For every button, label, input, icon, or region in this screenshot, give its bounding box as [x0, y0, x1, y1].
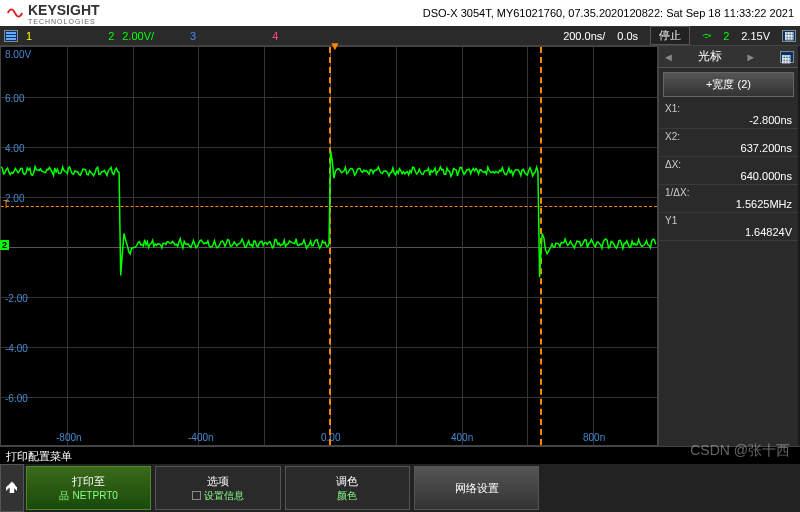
cursor-readout: X2:637.200ns: [659, 129, 798, 157]
main-area: ▼ 8.00V 6.00 4.00 2.00 -2.00 -4.00 -6.00…: [0, 46, 800, 446]
brand-name: KEYSIGHT: [28, 2, 100, 18]
panel-next-icon[interactable]: ►: [745, 51, 756, 63]
time-delay[interactable]: 0.0s: [617, 30, 638, 42]
brand-logo: KEYSIGHT TECHNOLOGIES: [6, 2, 100, 25]
panel-prev-icon[interactable]: ◄: [663, 51, 674, 63]
device-info: DSO-X 3054T, MY61021760, 07.35.202012082…: [423, 7, 794, 19]
ch3-label[interactable]: 3: [190, 30, 196, 42]
svg-rect-0: [6, 32, 16, 34]
checkbox-icon: [192, 491, 201, 500]
network-icon: 品: [59, 489, 69, 503]
waveform-trace: [1, 47, 657, 445]
softkey-back-icon[interactable]: 🡹: [0, 464, 24, 512]
menu-icon[interactable]: [4, 30, 18, 42]
waveform-plot[interactable]: ▼ 8.00V 6.00 4.00 2.00 -2.00 -4.00 -6.00…: [0, 46, 658, 446]
softkey-network[interactable]: 网络设置: [414, 466, 539, 510]
menu-title: 打印配置菜单: [6, 450, 72, 462]
menu-title-bar: 打印配置菜单: [0, 446, 800, 464]
svg-rect-2: [6, 38, 16, 40]
panel-title: 光标: [698, 48, 722, 65]
watermark: CSDN @张十西: [690, 442, 790, 460]
keysight-icon: [6, 4, 24, 22]
trigger-level[interactable]: 2.15V: [741, 30, 770, 42]
run-status[interactable]: 停止: [650, 26, 690, 45]
cursor-readout: Y11.64824V: [659, 213, 798, 241]
cursor-mode-button[interactable]: +宽度 (2): [663, 72, 794, 97]
softkey-bar: 🡹 打印至 品NETPRT0 选项 设置信息 调色 颜色 网络设置: [0, 464, 800, 512]
ch2-label[interactable]: 2: [108, 30, 114, 42]
softkey-options[interactable]: 选项 设置信息: [155, 466, 280, 510]
cursor-readout: X1:-2.800ns: [659, 101, 798, 129]
softkey-palette[interactable]: 调色 颜色: [285, 466, 410, 510]
panel-menu-icon[interactable]: ▦: [780, 51, 794, 63]
ch2-scale: 2.00V/: [122, 30, 154, 42]
time-scale[interactable]: 200.0ns/: [563, 30, 605, 42]
panel-header: ◄ 光标 ► ▦: [659, 46, 798, 68]
svg-rect-1: [6, 35, 16, 37]
ch1-label[interactable]: 1: [26, 30, 32, 42]
cursor-panel: ◄ 光标 ► ▦ +宽度 (2) X1:-2.800nsX2:637.200ns…: [658, 46, 798, 446]
cursor-readout: ΔX:640.000ns: [659, 157, 798, 185]
cursor-readout: 1/ΔX:1.5625MHz: [659, 185, 798, 213]
trigger-source: 2: [723, 30, 729, 42]
title-bar: KEYSIGHT TECHNOLOGIES DSO-X 3054T, MY610…: [0, 0, 800, 26]
channel-bar: 1 2 2.00V/ 3 4 200.0ns/ 0.0s 停止 ⤼ 2 2.15…: [0, 26, 800, 46]
trigger-edge-icon[interactable]: ⤼: [702, 29, 711, 42]
softkey-print-to[interactable]: 打印至 品NETPRT0: [26, 466, 151, 510]
display-icon[interactable]: ▦: [782, 30, 796, 42]
brand-sub: TECHNOLOGIES: [28, 18, 100, 25]
ch4-label[interactable]: 4: [272, 30, 278, 42]
